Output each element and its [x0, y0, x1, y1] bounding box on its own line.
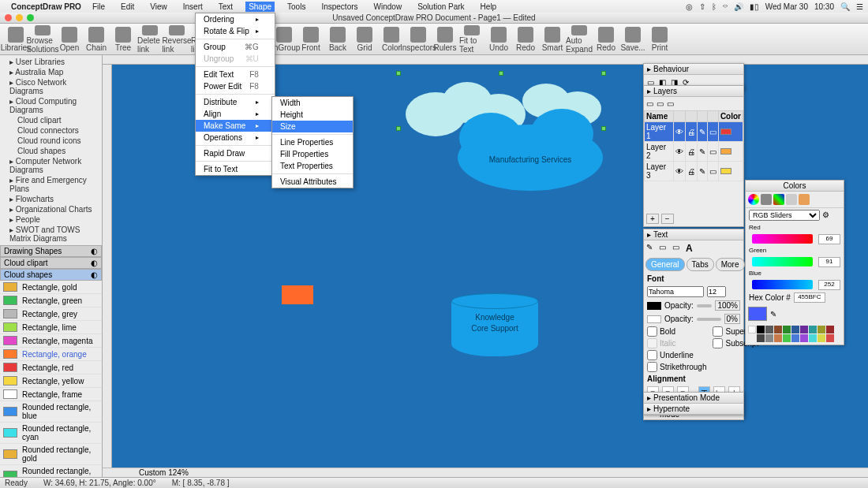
menu-inspectors[interactable]: Inspectors	[318, 2, 361, 12]
superscript-checkbox[interactable]	[713, 326, 723, 337]
shape-list-item[interactable]: Rounded rectangle, green	[0, 465, 102, 477]
menu-edit[interactable]: Edit	[118, 2, 137, 12]
shape-list-item[interactable]: Rounded rectangle, cyan	[0, 423, 102, 444]
menu-text[interactable]: Text	[215, 2, 236, 12]
submenu-item-fill-properties[interactable]: Fill Properties	[272, 148, 353, 160]
font-size-input[interactable]	[707, 286, 726, 297]
toolbar-tree[interactable]: Tree	[110, 25, 136, 54]
remove-layer-button[interactable]: −	[661, 214, 674, 224]
tree-node[interactable]: ▸ Cisco Network Diagrams	[3, 77, 99, 96]
menu-solution-park[interactable]: Solution Park	[414, 2, 467, 12]
menu-window[interactable]: Window	[371, 2, 406, 12]
tree-node[interactable]: ▸ Flowcharts	[3, 194, 99, 204]
layers-panel[interactable]: ▸Layers ▭ ▭ ▭ NameColorLayer 1👁🖨✎▭Layer …	[643, 85, 744, 227]
layer-icon[interactable]: ▭	[667, 99, 674, 108]
menu-insert[interactable]: Insert	[180, 2, 206, 12]
color-mode-select[interactable]: RGB Sliders	[749, 210, 820, 221]
shape-list-item[interactable]: Rectangle, yellow	[0, 374, 102, 388]
tab-tabs[interactable]: Tabs	[687, 258, 714, 271]
submenu-item-height[interactable]: Height	[272, 109, 353, 121]
orange-rectangle-shape[interactable]	[282, 285, 313, 304]
tree-node[interactable]: Cloud connectors	[3, 125, 99, 136]
presentation-panel[interactable]: ▸Presentation Mode ▸Hypernote	[643, 392, 744, 415]
make-same-submenu[interactable]: WidthHeightSizeLine PropertiesFill Prope…	[271, 96, 354, 188]
shape-list-item[interactable]: Rectangle, lime	[0, 321, 102, 334]
tree-node[interactable]: ▸ Organizational Charts	[3, 204, 99, 214]
menu-item-align[interactable]: Align	[196, 108, 275, 120]
toolbar-inspectors[interactable]: Inspectors	[406, 25, 431, 54]
eyedropper-icon[interactable]: ✎	[770, 310, 776, 319]
tab-general[interactable]: General	[645, 258, 685, 271]
menu-item-operations[interactable]: Operations	[196, 132, 275, 143]
text-bg-icon[interactable]: ▭	[672, 243, 679, 254]
toolbar-grid[interactable]: Grid	[352, 25, 377, 54]
tree-node[interactable]: ▸ Cloud Computing Diagrams	[3, 96, 99, 115]
library-header[interactable]: Cloud shapes◐	[0, 269, 102, 281]
menu-item-edit-text[interactable]: Edit TextF8	[196, 69, 275, 80]
tab-more[interactable]: More	[716, 258, 745, 271]
underline-checkbox[interactable]	[647, 350, 657, 360]
hex-input[interactable]: 455BFC	[794, 292, 825, 303]
opacity-slider-2[interactable]	[697, 318, 721, 321]
shape-menu[interactable]: OrderingRotate & FlipGroup⌘GUngroup⌘UEdi…	[195, 13, 275, 176]
toolbar-fit-to-text[interactable]: Fit to Text	[459, 25, 485, 54]
menu-item-distribute[interactable]: Distribute	[196, 96, 275, 108]
toolbar-save-[interactable]: Save...	[620, 25, 645, 54]
shape-list-item[interactable]: Rectangle, frame	[0, 388, 102, 401]
blue-slider[interactable]	[752, 280, 813, 289]
library-header[interactable]: Drawing Shapes◐	[0, 245, 102, 257]
toolbar-redo[interactable]: Redo	[593, 25, 619, 54]
menu-tools[interactable]: Tools	[284, 2, 309, 12]
shape-list-item[interactable]: Rounded rectangle, blue	[0, 401, 102, 423]
menu-shape[interactable]: Shape	[245, 2, 275, 12]
toolbar-front[interactable]: Front	[298, 25, 324, 54]
tree-node[interactable]: ▸ User Libraries	[3, 57, 99, 67]
layer-icon[interactable]: ▭	[657, 99, 664, 108]
menu-item-rapid-draw[interactable]: Rapid Draw	[196, 147, 275, 159]
opacity-slider-1[interactable]	[697, 304, 713, 307]
add-layer-button[interactable]: +	[646, 214, 659, 224]
toolbar-libraries[interactable]: Libraries	[3, 25, 28, 54]
shape-list-item[interactable]: Rounded rectangle, gold	[0, 444, 102, 465]
tree-node[interactable]: ▸ People	[3, 214, 99, 225]
library-header[interactable]: Cloud clipart◐	[0, 257, 102, 269]
menu-item-make-same[interactable]: Make Same	[196, 120, 275, 132]
tree-node[interactable]: ▸ Fire and Emergency Plans	[3, 175, 99, 194]
subscript-checkbox[interactable]	[713, 338, 723, 348]
toolbar-delete-link[interactable]: Delete link	[137, 25, 163, 54]
toolbar-redo[interactable]: Redo	[513, 25, 538, 54]
shape-list-item[interactable]: Rectangle, red	[0, 361, 102, 374]
green-slider[interactable]	[752, 257, 813, 266]
pencil-icon[interactable]: ✎	[646, 243, 653, 254]
menu-item-fit-to-text[interactable]: Fit to Text	[196, 163, 275, 175]
close-window-button[interactable]	[5, 14, 12, 21]
submenu-item-text-properties[interactable]: Text Properties	[272, 160, 353, 172]
color-palette-tab[interactable]	[773, 194, 784, 205]
shape-list-item[interactable]: Rectangle, magenta	[0, 334, 102, 348]
zoom-window-button[interactable]	[27, 14, 34, 21]
spotlight-icon[interactable]: 🔍	[840, 2, 850, 11]
layer-row[interactable]: Layer 2👁🖨✎▭	[645, 142, 743, 162]
toolbar-reverse-link[interactable]: Reverse link	[164, 25, 189, 54]
menu-item-group[interactable]: Group⌘G	[196, 41, 275, 53]
add-layer-icon[interactable]: ▭	[646, 99, 653, 108]
red-slider[interactable]	[752, 234, 813, 244]
bold-checkbox[interactable]	[647, 326, 657, 337]
color-sliders-tab[interactable]	[761, 194, 772, 205]
menu-item-rotate-flip[interactable]: Rotate & Flip	[196, 25, 275, 37]
strike-checkbox[interactable]	[647, 362, 657, 372]
shape-list-item[interactable]: Rectangle, gold	[0, 281, 102, 294]
shape-list-item[interactable]: Rectangle, green	[0, 294, 102, 307]
menu-item-power-edit[interactable]: Power EditF8	[196, 80, 275, 92]
shape-list-item[interactable]: Rectangle, orange	[0, 348, 102, 361]
toolbar-auto-expand[interactable]: Auto Expand	[567, 25, 592, 54]
shape-list-item[interactable]: Rectangle, grey	[0, 307, 102, 321]
color-image-tab[interactable]	[786, 194, 797, 205]
tree-node[interactable]: ▸ Australia Map	[3, 67, 99, 77]
toolbar-print[interactable]: Print	[647, 25, 672, 54]
toolbar-open[interactable]: Open	[57, 25, 82, 54]
text-color-icon[interactable]: ▭	[659, 243, 666, 254]
toolbar-browse-solutions[interactable]: Browse Solutions	[30, 25, 55, 54]
menu-help[interactable]: Help	[477, 2, 500, 12]
color-pencils-tab[interactable]	[799, 194, 810, 205]
